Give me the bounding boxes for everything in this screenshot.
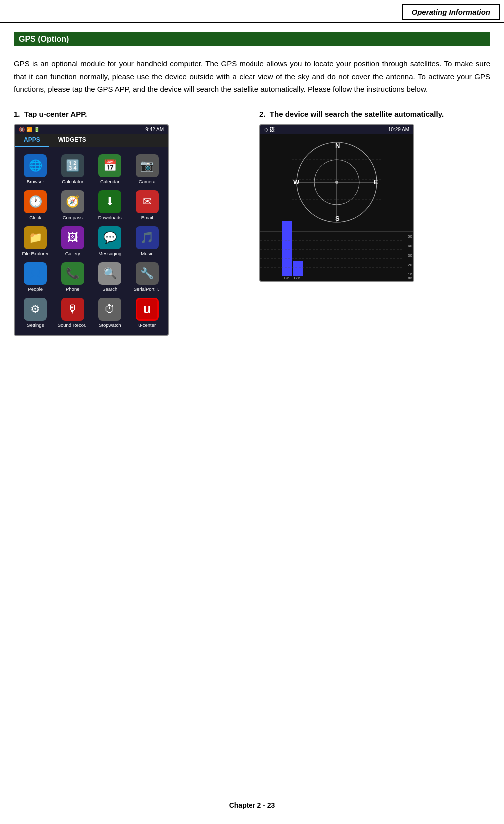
app-icon: 🔍 <box>98 262 121 285</box>
app-icon: 👤 <box>24 262 47 285</box>
app-icon: 🌐 <box>24 154 47 177</box>
step-2: 2. The device will search the satellite … <box>259 110 490 282</box>
tab-widgets[interactable]: WIDGETS <box>49 134 95 147</box>
section-heading: GPS (Option) <box>14 32 490 46</box>
app-item-email[interactable]: ✉Email <box>129 187 166 223</box>
bar-x-label-G19: G19 <box>293 276 303 280</box>
statusbar-icons-left: 🔇 📶 🔋 <box>19 127 40 132</box>
app-item-downloads[interactable]: ⬇Downloads <box>91 187 129 223</box>
app-label: Camera <box>139 179 156 184</box>
phone-statusbar-1: 🔇 📶 🔋 9:42 AM <box>15 125 168 134</box>
footer-text: Chapter 2 - 23 <box>229 801 275 809</box>
app-label: Calendar <box>100 179 120 184</box>
app-icon: u <box>136 298 159 321</box>
app-label: Phone <box>66 286 79 292</box>
app-item-browser[interactable]: 🌐Browser <box>17 151 54 187</box>
app-label: Stopwatch <box>99 322 121 328</box>
svg-text:E: E <box>374 178 378 186</box>
app-label: Sound Recor.. <box>58 322 88 328</box>
app-label: u-center <box>138 322 156 328</box>
app-icon: 🖼 <box>61 226 84 249</box>
tab-apps[interactable]: APPS <box>15 134 49 147</box>
gps-compass: N S E W <box>260 134 413 231</box>
compass-svg: N S E W <box>287 140 387 225</box>
app-item-fileexplorer[interactable]: 📁File Explorer <box>17 223 54 259</box>
app-item-music[interactable]: 🎵Music <box>129 223 166 259</box>
step-1: 1. Tap u-center APP. 🔇 📶 🔋 9:42 AM APPS … <box>14 110 245 336</box>
app-label: Clock <box>29 215 41 220</box>
app-item-people[interactable]: 👤People <box>17 259 54 295</box>
app-item-messaging[interactable]: 💬Messaging <box>91 223 129 259</box>
steps-container: 1. Tap u-center APP. 🔇 📶 🔋 9:42 AM APPS … <box>14 110 490 336</box>
app-item-ucenter[interactable]: uu-center <box>129 295 166 331</box>
app-icon: 📅 <box>98 154 121 177</box>
gps-bar-chart: 50 40 30 20 10 G6G19 dB <box>260 231 413 281</box>
app-item-phone[interactable]: 📞Phone <box>54 259 92 295</box>
app-icon: ⚙ <box>24 298 47 321</box>
app-label: Gallery <box>65 251 80 256</box>
body-text: GPS is an optional module for your handh… <box>14 57 490 96</box>
statusbar-time-1: 9:42 AM <box>145 127 164 132</box>
step-2-label: 2. The device will search the satellite … <box>259 110 444 118</box>
app-icon: 📷 <box>136 154 159 177</box>
app-icon: 📁 <box>24 226 47 249</box>
app-icon: 🔧 <box>136 262 159 285</box>
svg-text:N: N <box>335 142 340 149</box>
app-icon: 🕐 <box>24 190 47 213</box>
app-icon: 🔢 <box>61 154 84 177</box>
phone-screenshot-1: 🔇 📶 🔋 9:42 AM APPS WIDGETS 🌐Browser🔢Calc… <box>14 124 169 336</box>
app-label: Search <box>102 286 117 292</box>
app-icon: 📞 <box>61 262 84 285</box>
gps-statusbar: ◇ 🖼 10:29 AM <box>260 125 413 134</box>
app-item-stopwatch[interactable]: ⏱Stopwatch <box>91 295 129 331</box>
app-icon: ⬇ <box>98 190 121 213</box>
step-1-label: 1. Tap u-center APP. <box>14 110 87 118</box>
app-label: Calculator <box>62 179 83 184</box>
app-icon: 💬 <box>98 226 121 249</box>
bar-grid-lines <box>260 232 413 276</box>
app-label: People <box>28 286 43 292</box>
gps-statusbar-left: ◇ 🖼 <box>264 127 275 132</box>
page-header: Operating Information <box>0 0 504 23</box>
page-footer: Chapter 2 - 23 <box>0 801 504 809</box>
gps-screenshot: ◇ 🖼 10:29 AM <box>259 124 414 282</box>
db-label: dB <box>408 276 412 280</box>
app-label: Settings <box>27 322 44 328</box>
svg-point-11 <box>335 181 338 184</box>
app-label: File Explorer <box>22 251 49 256</box>
bar-y-labels: 50 40 30 20 10 <box>408 234 412 276</box>
app-item-calculator[interactable]: 🔢Calculator <box>54 151 92 187</box>
app-item-compass[interactable]: 🧭Compass <box>54 187 92 223</box>
app-label: Messaging <box>98 251 121 256</box>
app-icon: 🎙 <box>61 298 84 321</box>
app-item-clock[interactable]: 🕐Clock <box>17 187 54 223</box>
svg-text:S: S <box>335 215 340 222</box>
app-item-gallery[interactable]: 🖼Gallery <box>54 223 92 259</box>
app-item-soundrecor[interactable]: 🎙Sound Recor.. <box>54 295 92 331</box>
app-item-search[interactable]: 🔍Search <box>91 259 129 295</box>
app-icon: 🎵 <box>136 226 159 249</box>
app-icon: ✉ <box>136 190 159 213</box>
app-item-settings[interactable]: ⚙Settings <box>17 295 54 331</box>
app-label: Downloads <box>98 215 122 220</box>
app-item-calendar[interactable]: 📅Calendar <box>91 151 129 187</box>
app-label: Email <box>141 215 153 220</box>
gps-statusbar-right: 10:29 AM <box>388 127 409 132</box>
app-label: Music <box>141 251 153 256</box>
bar-x-label-G6: G6 <box>282 276 292 280</box>
apps-grid: 🌐Browser🔢Calculator📅Calendar📷Camera🕐Cloc… <box>15 147 168 335</box>
app-icon: 🧭 <box>61 190 84 213</box>
app-item-camera[interactable]: 📷Camera <box>129 151 166 187</box>
header-title: Operating Information <box>402 4 501 20</box>
app-label: Browser <box>27 179 44 184</box>
app-item-serialportt[interactable]: 🔧SerialPort T.. <box>129 259 166 295</box>
bar-x-labels: G6G19 <box>264 276 409 280</box>
app-label: Compass <box>63 215 83 220</box>
svg-text:W: W <box>293 178 300 186</box>
phone-tabs: APPS WIDGETS <box>15 134 168 147</box>
main-content: GPS (Option) GPS is an optional module f… <box>0 32 504 336</box>
app-icon: ⏱ <box>98 298 121 321</box>
app-label: SerialPort T.. <box>134 286 161 292</box>
